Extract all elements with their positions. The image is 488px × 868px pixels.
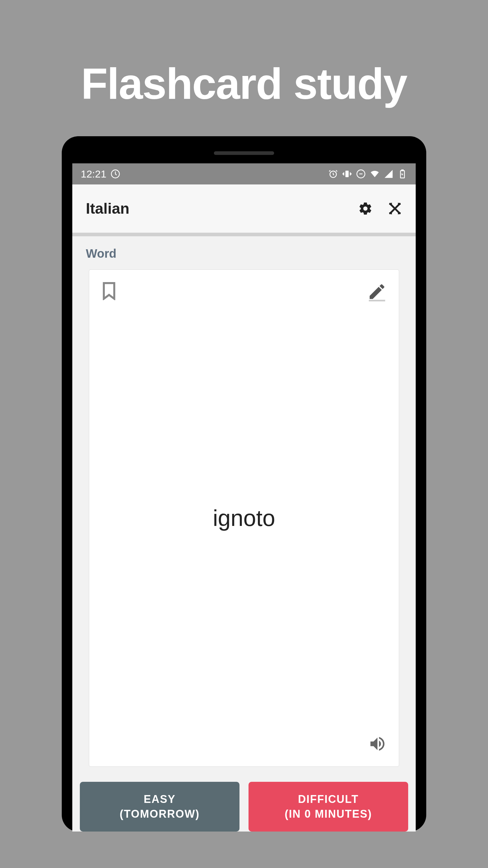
progress-bar <box>72 233 416 236</box>
shuffle-icon <box>388 201 402 216</box>
status-time: 12:21 <box>81 168 106 180</box>
battery-icon <box>398 169 407 179</box>
audio-button[interactable] <box>368 735 387 754</box>
status-bar: 12:21 <box>72 163 416 184</box>
alarm-icon <box>328 169 338 179</box>
difficult-button-line1: DIFFICULT <box>252 792 405 807</box>
easy-button-line2: (TOMORROW) <box>83 807 236 822</box>
shuffle-button[interactable] <box>388 201 402 216</box>
flashcard[interactable]: ignoto <box>89 270 399 767</box>
svg-rect-5 <box>401 170 403 171</box>
svg-rect-2 <box>346 170 349 177</box>
phone-frame: 12:21 <box>62 136 426 832</box>
phone-screen: 12:21 <box>72 163 416 832</box>
difficult-button-line2: (IN 0 MINUTES) <box>252 807 405 822</box>
easy-button-line1: EASY <box>83 792 236 807</box>
card-word: ignoto <box>89 301 399 735</box>
bookmark-icon <box>101 282 117 300</box>
vibrate-icon <box>342 169 352 179</box>
pencil-icon <box>367 282 387 301</box>
edit-button[interactable] <box>367 282 387 301</box>
easy-button[interactable]: EASY (TOMORROW) <box>80 782 239 832</box>
signal-icon <box>384 169 393 179</box>
gear-icon <box>358 201 372 216</box>
phone-notch <box>214 151 274 155</box>
page-title: Flashcard study <box>81 59 407 109</box>
speaker-icon <box>368 735 387 753</box>
sync-icon <box>110 169 120 179</box>
dnd-icon <box>356 169 366 179</box>
difficult-button[interactable]: DIFFICULT (IN 0 MINUTES) <box>249 782 408 832</box>
wifi-icon <box>370 169 380 179</box>
app-header: Italian <box>72 184 416 233</box>
settings-button[interactable] <box>358 201 372 216</box>
section-label: Word <box>72 236 416 267</box>
deck-title: Italian <box>86 200 129 217</box>
bookmark-button[interactable] <box>101 282 117 301</box>
